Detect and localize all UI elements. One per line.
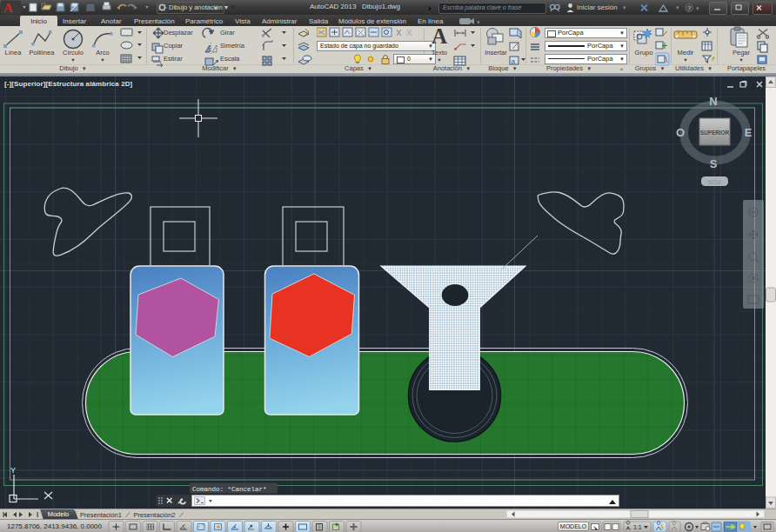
- svg-text:SCU: SCU: [708, 179, 721, 185]
- svg-text:a: a: [512, 57, 516, 65]
- svg-text:Comando: *Cancelar*: Comando: *Cancelar*: [192, 486, 267, 493]
- svg-text:N: N: [709, 95, 717, 108]
- svg-text:1:1: 1:1: [633, 524, 642, 530]
- svg-text:▾: ▾: [696, 5, 699, 11]
- svg-text:O: O: [676, 126, 685, 139]
- svg-text:?: ?: [687, 4, 691, 12]
- svg-text:▾: ▾: [477, 19, 480, 25]
- svg-text:SUPERIOR: SUPERIOR: [700, 130, 730, 136]
- svg-text:S: S: [710, 157, 718, 170]
- svg-text:A: A: [3, 1, 13, 15]
- svg-text:E: E: [745, 126, 753, 139]
- svg-text:Y: Y: [10, 466, 16, 475]
